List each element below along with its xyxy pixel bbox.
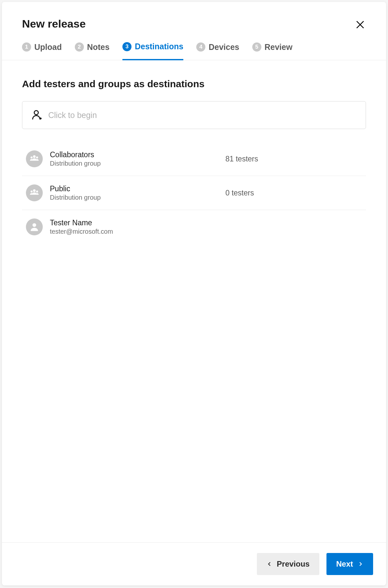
chevron-left-icon <box>267 561 272 567</box>
close-icon <box>355 19 365 30</box>
svg-point-7 <box>32 223 36 227</box>
svg-point-4 <box>33 189 36 192</box>
step-number: 5 <box>252 42 261 52</box>
svg-point-5 <box>30 191 32 193</box>
modal-header: New release 1 Upload 2 Notes 3 Destinati… <box>2 2 386 60</box>
svg-point-0 <box>34 111 39 115</box>
destination-subtitle: Distribution group <box>50 194 187 201</box>
modal-footer: Previous Next <box>2 542 386 585</box>
destination-subtitle: Distribution group <box>50 160 187 167</box>
new-release-modal: New release 1 Upload 2 Notes 3 Destinati… <box>2 2 386 585</box>
destination-item-public[interactable]: Public Distribution group 0 testers <box>22 176 366 210</box>
tester-search-input[interactable]: Click to begin <box>22 101 366 129</box>
step-notes[interactable]: 2 Notes <box>75 42 109 60</box>
svg-point-2 <box>30 157 32 159</box>
svg-point-3 <box>36 157 38 159</box>
group-icon <box>26 150 43 167</box>
modal-title: New release <box>22 18 366 30</box>
destination-item-collaborators[interactable]: Collaborators Distribution group 81 test… <box>22 142 366 176</box>
destination-info: Collaborators Distribution group <box>50 150 187 167</box>
destination-name: Tester Name <box>50 218 187 227</box>
previous-button[interactable]: Previous <box>257 553 319 575</box>
section-title: Add testers and groups as destinations <box>22 78 366 89</box>
destination-info: Public Distribution group <box>50 184 187 201</box>
destination-tester-count: 0 testers <box>187 189 362 197</box>
destination-info: Tester Name tester@microsoft.com <box>50 218 187 235</box>
close-button[interactable] <box>354 19 366 30</box>
group-icon <box>26 184 43 201</box>
svg-point-1 <box>33 155 36 158</box>
step-devices[interactable]: 4 Devices <box>196 42 239 60</box>
step-number: 1 <box>22 42 31 52</box>
svg-point-6 <box>36 191 38 193</box>
step-label: Destinations <box>135 42 183 51</box>
step-label: Upload <box>34 42 62 52</box>
person-icon <box>26 218 43 235</box>
previous-label: Previous <box>277 559 310 569</box>
step-number: 3 <box>122 42 131 51</box>
destination-name: Collaborators <box>50 150 187 159</box>
next-button[interactable]: Next <box>326 553 373 575</box>
step-number: 2 <box>75 42 84 52</box>
destinations-list: Collaborators Distribution group 81 test… <box>22 142 366 244</box>
destination-subtitle: tester@microsoft.com <box>50 228 187 235</box>
modal-body: Add testers and groups as destinations C… <box>2 60 386 542</box>
next-label: Next <box>336 559 353 569</box>
step-number: 4 <box>196 42 205 52</box>
step-destinations[interactable]: 3 Destinations <box>122 42 183 60</box>
destination-name: Public <box>50 184 187 193</box>
stepper: 1 Upload 2 Notes 3 Destinations 4 Device… <box>22 42 366 60</box>
destination-item-tester[interactable]: Tester Name tester@microsoft.com <box>22 210 366 244</box>
step-upload[interactable]: 1 Upload <box>22 42 62 60</box>
step-label: Notes <box>87 42 109 52</box>
search-placeholder: Click to begin <box>48 111 97 120</box>
person-add-icon <box>31 109 43 121</box>
chevron-right-icon <box>358 561 363 567</box>
destination-tester-count: 81 testers <box>187 155 362 163</box>
step-review[interactable]: 5 Review <box>252 42 292 60</box>
step-label: Review <box>265 42 292 52</box>
step-label: Devices <box>209 42 239 52</box>
